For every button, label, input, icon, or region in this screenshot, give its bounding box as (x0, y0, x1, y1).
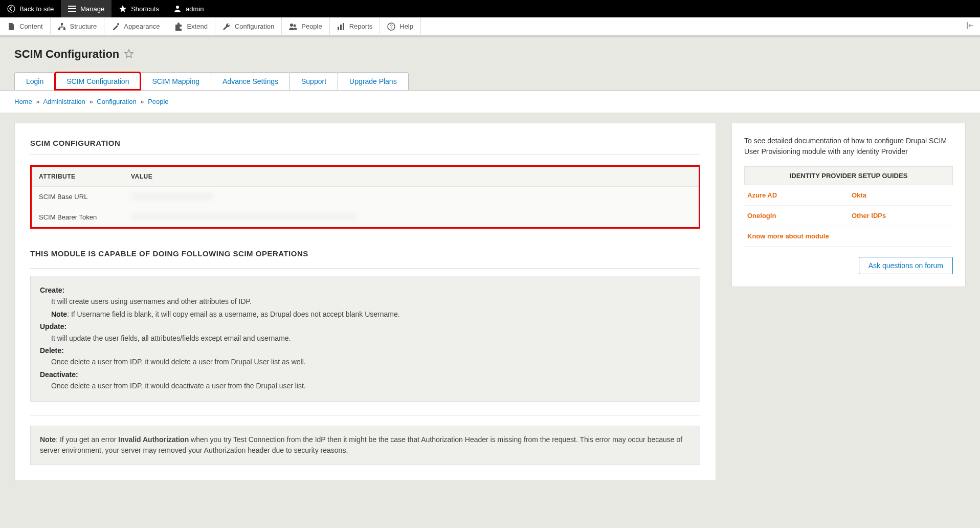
admin-item-people[interactable]: People (282, 17, 329, 36)
svg-point-10 (294, 24, 296, 27)
admin-toolbar: Content Structure Appearance Extend Conf… (0, 17, 980, 36)
svg-rect-12 (340, 25, 342, 30)
back-to-site-link[interactable]: Back to site (0, 0, 61, 17)
svg-rect-11 (338, 27, 339, 30)
op-delete-label: Delete: (40, 346, 64, 355)
star-icon (119, 5, 127, 13)
user-icon (173, 5, 182, 13)
side-intro: To see detailed documentation of how to … (744, 136, 953, 157)
tab-support[interactable]: Support (289, 72, 338, 90)
wrench-icon (222, 23, 231, 31)
tab-scim-configuration[interactable]: SCIM Configuration (55, 72, 141, 90)
admin-label-extend: Extend (187, 23, 207, 30)
manage-label: Manage (80, 5, 104, 13)
svg-rect-16 (967, 22, 968, 29)
admin-label-people: People (301, 23, 322, 30)
admin-item-help[interactable]: ? Help (380, 17, 421, 36)
scim-attributes-table: ATTRIBUTE VALUE SCIM Base URL SCIM Beare… (30, 165, 700, 229)
attr-scim-base-url-label: SCIM Base URL (39, 193, 131, 201)
admin-label-configuration: Configuration (235, 23, 274, 30)
bars-icon (337, 23, 345, 31)
svg-point-0 (8, 5, 15, 12)
tab-login[interactable]: Login (14, 72, 55, 90)
paint-icon (112, 23, 120, 31)
star-outline-icon (124, 49, 133, 58)
file-icon (7, 23, 15, 31)
user-menu[interactable]: admin (166, 0, 211, 17)
shortcuts-label: Shortcuts (131, 5, 159, 13)
breadcrumb: Home » Administration » Configuration » … (0, 98, 980, 113)
note-bold: Invalid Authorization (118, 435, 189, 444)
tab-scim-mapping[interactable]: SCIM Mapping (140, 72, 211, 90)
svg-point-9 (290, 24, 293, 27)
svg-rect-6 (58, 28, 60, 30)
side-title: IDENTITY PROVIDER SETUP GUIDES (744, 166, 953, 185)
back-arrow-icon (7, 5, 15, 13)
hamburger-icon (68, 5, 76, 13)
admin-item-extend[interactable]: Extend (167, 17, 215, 36)
attr-header-attribute: ATTRIBUTE (39, 173, 131, 180)
attr-header-value: VALUE (131, 173, 692, 180)
breadcrumb-configuration[interactable]: Configuration (97, 98, 136, 105)
attr-scim-bearer-token-value (131, 213, 692, 221)
op-create-note-text: : If Username field is blank, it will co… (67, 310, 400, 318)
admin-item-structure[interactable]: Structure (51, 17, 105, 36)
op-deactivate-label: Deactivate: (40, 370, 78, 379)
admin-label-reports: Reports (349, 23, 373, 30)
idp-link-okta[interactable]: Okta (852, 191, 866, 199)
breadcrumb-home[interactable]: Home (14, 98, 32, 105)
help-icon: ? (387, 23, 395, 31)
admin-label-help: Help (399, 23, 413, 30)
operations-description: Create: It will create users using usern… (30, 276, 700, 402)
op-update-text: It will update the user fields, all attr… (40, 333, 691, 344)
op-update-label: Update: (40, 322, 66, 331)
svg-rect-1 (68, 6, 76, 7)
note-text1: : If you get an error (56, 435, 118, 444)
idp-link-azure[interactable]: Azure AD (747, 191, 777, 199)
attr-scim-bearer-token-label: SCIM Bearer Token (39, 213, 131, 221)
shortcuts-link[interactable]: Shortcuts (112, 0, 166, 17)
op-create-text: It will create users using usernames and… (40, 296, 691, 307)
svg-rect-3 (68, 11, 76, 12)
svg-point-4 (176, 6, 179, 9)
admin-label-structure: Structure (70, 23, 97, 30)
people-icon (289, 23, 297, 31)
svg-text:?: ? (390, 24, 393, 30)
admin-item-reports[interactable]: Reports (330, 17, 381, 36)
idp-link-onelogin[interactable]: Onelogin (747, 212, 776, 219)
breadcrumb-administration[interactable]: Administration (43, 98, 85, 105)
section-title-scim-config: SCIM CONFIGURATION (30, 139, 700, 155)
attr-scim-base-url-value (131, 193, 692, 201)
manage-link[interactable]: Manage (61, 0, 112, 17)
tab-upgrade-plans[interactable]: Upgrade Plans (338, 72, 409, 90)
svg-rect-5 (61, 23, 63, 25)
main-panel: SCIM CONFIGURATION ATTRIBUTE VALUE SCIM … (14, 123, 716, 481)
idp-link-other[interactable]: Other IDPs (852, 212, 886, 219)
idp-link-more[interactable]: Know more about module (747, 232, 829, 240)
topbar: Back to site Manage Shortcuts admin (0, 0, 980, 17)
svg-rect-7 (63, 28, 65, 30)
admin-item-configuration[interactable]: Configuration (215, 17, 282, 36)
note-label: Note (40, 435, 56, 444)
op-create-label: Create: (40, 286, 64, 294)
page-title: SCIM Configuration (14, 48, 119, 61)
svg-rect-2 (68, 8, 76, 9)
admin-item-content[interactable]: Content (0, 17, 51, 36)
section-title-operations: THIS MODULE IS CAPABLE OF DOING FOLLOWIN… (30, 249, 700, 265)
user-label: admin (186, 5, 204, 13)
favorite-toggle[interactable] (124, 49, 133, 60)
tabs: Login SCIM Configuration SCIM Mapping Ad… (14, 72, 966, 90)
ask-forum-button[interactable]: Ask questions on forum (859, 257, 953, 274)
tab-advance-settings[interactable]: Advance Settings (211, 72, 290, 90)
arrow-left-icon (966, 21, 975, 30)
structure-icon (58, 23, 66, 31)
op-create-note-label: Note (51, 310, 67, 318)
side-panel: To see detailed documentation of how to … (731, 123, 966, 287)
admin-item-appearance[interactable]: Appearance (104, 17, 167, 36)
note-box: Note: If you get an error Invalid Author… (30, 426, 700, 465)
breadcrumb-people[interactable]: People (148, 98, 168, 105)
orientation-toggle[interactable] (961, 21, 980, 32)
page-title-row: SCIM Configuration (14, 48, 966, 61)
admin-label-appearance: Appearance (124, 23, 160, 30)
puzzle-icon (174, 23, 183, 31)
